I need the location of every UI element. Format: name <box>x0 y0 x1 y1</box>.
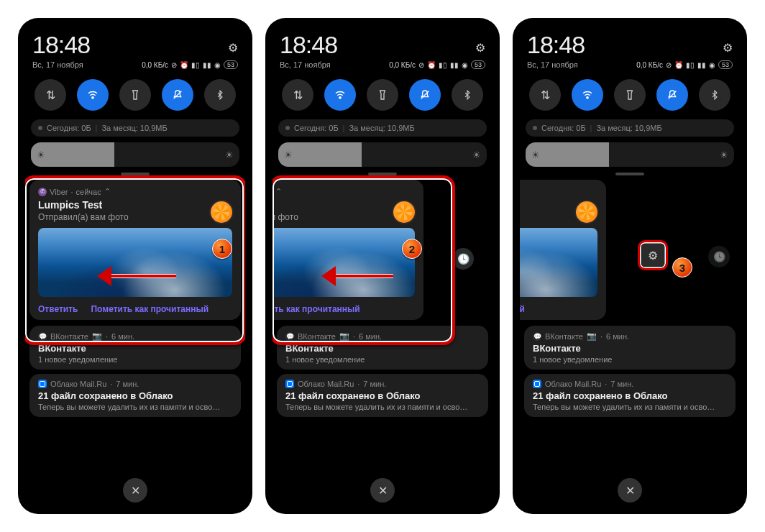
vk-notification[interactable]: 💬ВКонтакте📷·6 мин. ВКонтакте 1 новое уве… <box>29 326 241 370</box>
data-speed: 0,0 КБ/с <box>142 61 168 69</box>
notif-subtitle: Отправил(а) вам фото <box>38 212 232 222</box>
qs-wifi-icon[interactable] <box>572 79 603 111</box>
notif-title: Lumpics Test <box>38 199 232 211</box>
qs-bluetooth-icon[interactable] <box>452 79 483 111</box>
data-month: За месяц: 10,9МБ <box>101 124 167 132</box>
mailru-notification[interactable]: Облако Mail.Ru·7 мин. 21 файл сохранено … <box>29 374 241 417</box>
mailru-title: 21 файл сохранено в Облако <box>38 390 232 401</box>
qs-mute-icon[interactable] <box>656 79 688 111</box>
mailru-icon <box>38 380 47 388</box>
contact-avatar <box>392 200 416 224</box>
data-usage-row[interactable]: Сегодня: 0Б|За месяц: 10,9МБ <box>526 119 734 137</box>
qs-bluetooth-icon[interactable] <box>204 79 236 111</box>
wifi-icon: ◉ <box>214 61 221 69</box>
phone-frame-2: 18:48⚙ Вс, 17 ноября 0,0 КБ/с⊘⏰▮▯▮▮◉53 ⇅… <box>265 18 500 514</box>
notif-header: ✆ Viber · сейчас ⌃ <box>38 187 232 196</box>
drag-handle[interactable] <box>615 173 644 175</box>
mark-read-button[interactable]: Пометить как прочитанный <box>91 304 209 314</box>
status-bar: 18:48 ⚙ <box>25 25 245 60</box>
snooze-icon[interactable]: 🕓 <box>452 248 474 270</box>
svg-point-0 <box>92 97 93 98</box>
qs-flashlight-icon[interactable] <box>367 79 398 111</box>
viber-notification[interactable]: ·сейчас⌃ Test л(а) вам фото Пометить как… <box>272 180 423 320</box>
contact-avatar <box>209 200 234 224</box>
date-text: Вс, 17 ноября <box>527 60 578 69</box>
dnd-icon: ⊘ <box>171 61 177 69</box>
signal-icon-2: ▮▮ <box>203 61 211 69</box>
screen: 18:48⚙ Вс, 17 ноября 0,0 КБ/с⊘⏰▮▯▮▮◉53 ⇅… <box>520 25 740 507</box>
svg-point-2 <box>339 97 341 98</box>
step-badge-1: 1 <box>212 239 232 259</box>
vk-notification[interactable]: 💬ВКонтакте📷·6 мин.ВКонтакте1 новое уведо… <box>277 326 488 370</box>
screen: 18:48⚙ Вс, 17 ноября 0,0 КБ/с⊘⏰▮▯▮▮◉53 ⇅… <box>272 25 493 507</box>
qs-wifi-icon[interactable] <box>324 79 356 111</box>
swipe-actions: 🕓 <box>708 246 730 267</box>
qs-flashlight-icon[interactable] <box>119 79 151 111</box>
drag-handle[interactable] <box>121 173 150 175</box>
brightness-slider[interactable]: ☀☀ <box>278 142 487 167</box>
status-indicators: 0,0 КБ/с⊘⏰▮▯▮▮◉53 <box>636 60 733 69</box>
viber-notification[interactable]: ✆ Viber · сейчас ⌃ Lumpics Test Отправил… <box>29 180 241 320</box>
phone-frame-1: 18:48 ⚙ Вс, 17 ноября 0,0 КБ/с ⊘ ⏰ ▮▯ ▮▮… <box>18 18 252 514</box>
mailru-sub: Теперь вы можете удалить их из памяти и … <box>38 403 232 411</box>
reply-button[interactable]: Ответить <box>38 304 78 314</box>
brightness-min-icon: ☀ <box>37 150 45 160</box>
status-indicators: 0,0 КБ/с ⊘ ⏰ ▮▯ ▮▮ ◉ 53 <box>142 60 238 69</box>
qs-mute-icon[interactable] <box>409 79 441 111</box>
qs-data-icon[interactable]: ⇅ <box>35 79 66 111</box>
screen: 18:48 ⚙ Вс, 17 ноября 0,0 КБ/с ⊘ ⏰ ▮▯ ▮▮… <box>25 25 245 507</box>
phone-frame-3: 18:48⚙ Вс, 17 ноября 0,0 КБ/с⊘⏰▮▯▮▮◉53 ⇅… <box>513 18 747 514</box>
drag-handle[interactable] <box>368 173 397 175</box>
swipe-actions: 🕓 <box>452 248 474 270</box>
settings-icon[interactable]: ⚙ <box>723 41 733 59</box>
step-badge-2: 2 <box>402 239 422 259</box>
status-indicators: 0,0 КБ/с⊘⏰▮▯▮▮◉53 <box>389 60 485 69</box>
snooze-icon[interactable]: 🕓 <box>708 246 730 267</box>
mark-read-button[interactable]: Пометить как прочитанный <box>272 304 360 314</box>
quick-settings: ⇅ <box>25 75 245 115</box>
settings-icon[interactable]: ⚙ <box>228 41 238 59</box>
date-text: Вс, 17 ноября <box>32 60 83 69</box>
photo-thumbnail[interactable] <box>520 228 597 297</box>
mark-read-button[interactable]: этить как прочитанный <box>520 304 525 314</box>
vk-icon: 💬 <box>38 332 47 341</box>
qs-flashlight-icon[interactable] <box>614 79 646 111</box>
viber-icon: ✆ <box>38 188 47 196</box>
clear-all-button[interactable]: ✕ <box>123 478 147 503</box>
viber-notification[interactable]: с⌃ этить как прочитанный <box>520 180 606 320</box>
step-badge-3: 3 <box>672 257 692 278</box>
data-usage-row[interactable]: Сегодня: 0Б|За месяц: 10,9МБ <box>278 119 487 137</box>
contact-avatar <box>574 200 599 224</box>
vk-sub: 1 новое уведомление <box>38 355 232 364</box>
vk-notification[interactable]: 💬ВКонтакте📷·6 мин.ВКонтакте1 новое уведо… <box>524 326 736 370</box>
clear-all-button[interactable]: ✕ <box>618 478 642 503</box>
qs-bluetooth-icon[interactable] <box>699 79 730 111</box>
qs-wifi-icon[interactable] <box>77 79 109 111</box>
chevron-up-icon[interactable]: ⌃ <box>275 187 282 196</box>
qs-data-icon[interactable]: ⇅ <box>529 79 561 111</box>
settings-icon[interactable]: ⚙ <box>475 41 485 59</box>
notif-settings-button[interactable]: ⚙ <box>638 240 668 270</box>
date-row: Вс, 17 ноября 0,0 КБ/с ⊘ ⏰ ▮▯ ▮▮ ◉ 53 <box>25 60 245 75</box>
clock: 18:48 <box>527 31 585 59</box>
vk-app-label: ВКонтакте <box>50 332 88 341</box>
vk-time: 6 мин. <box>111 332 134 341</box>
brightness-max-icon: ☀ <box>225 150 234 160</box>
mailru-notification[interactable]: Облако Mail.Ru·7 мин.21 файл сохранено в… <box>277 374 488 417</box>
mailru-notification[interactable]: Облако Mail.Ru·7 мин.21 файл сохранено в… <box>524 374 736 417</box>
brightness-slider[interactable]: ☀☀ <box>526 142 734 167</box>
qs-data-icon[interactable]: ⇅ <box>282 79 313 111</box>
vk-title: ВКонтакте <box>38 343 232 354</box>
svg-point-4 <box>587 97 588 98</box>
photo-thumbnail[interactable] <box>38 228 232 297</box>
brightness-slider[interactable]: ☀ ☀ <box>31 142 239 167</box>
mailru-time: 7 мин. <box>116 380 139 388</box>
chevron-up-icon[interactable]: ⌃ <box>104 187 111 196</box>
qs-mute-icon[interactable] <box>162 79 193 111</box>
battery-indicator: 53 <box>224 60 238 69</box>
date-text: Вс, 17 ноября <box>280 60 331 69</box>
data-usage-row[interactable]: Сегодня: 0Б | За месяц: 10,9МБ <box>31 119 239 137</box>
clock: 18:48 <box>280 31 337 59</box>
clear-all-button[interactable]: ✕ <box>370 478 395 503</box>
photo-thumbnail[interactable] <box>272 228 415 297</box>
